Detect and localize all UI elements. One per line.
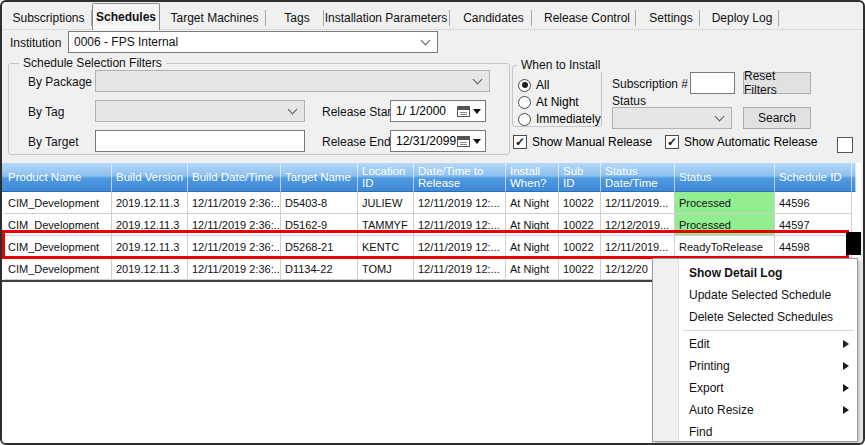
show-automatic-release-label: Show Automatic Release bbox=[684, 135, 817, 149]
release-start-value: 1/ 1/2000 bbox=[391, 104, 457, 118]
radio-label: At Night bbox=[536, 95, 579, 109]
cell-status: Processed bbox=[675, 192, 775, 214]
radio-icon bbox=[518, 113, 531, 126]
radio-icon bbox=[518, 96, 531, 109]
radio-immediately[interactable]: Immediately bbox=[518, 112, 601, 126]
annotation-row-highlight bbox=[2, 230, 849, 259]
table-row[interactable]: CIM_Development2019.12.11.312/11/2019 2:… bbox=[2, 192, 858, 214]
menu-item-find[interactable]: Find bbox=[653, 421, 857, 443]
menu-item-show-detail-log[interactable]: Show Detail Log bbox=[653, 262, 857, 284]
column-header-status[interactable]: Status bbox=[675, 163, 775, 192]
column-header-build-version[interactable]: Build Version bbox=[112, 163, 188, 192]
tab-candidates[interactable]: Candidates bbox=[457, 7, 530, 29]
tab-settings[interactable]: Settings bbox=[644, 7, 698, 29]
column-header-status-date-time[interactable]: Status Date/Time bbox=[601, 163, 675, 192]
tab-deploy-log[interactable]: Deploy Log bbox=[707, 7, 777, 29]
menu-item-printing[interactable]: Printing bbox=[653, 355, 857, 377]
menu-item-auto-resize[interactable]: Auto Resize bbox=[653, 399, 857, 421]
by-package-select[interactable] bbox=[95, 70, 490, 92]
cell-product-name: CIM_Development bbox=[4, 258, 112, 280]
cell-location-id: TOMJ bbox=[358, 258, 414, 280]
cell-sub-id: 10022 bbox=[559, 192, 601, 214]
chevron-down-icon bbox=[421, 35, 431, 45]
show-manual-release-label: Show Manual Release bbox=[532, 135, 652, 149]
cell-status-date-time: 12/11/2019... bbox=[601, 192, 675, 214]
subscription-number-input[interactable] bbox=[690, 72, 735, 94]
column-header-product-name[interactable]: Product Name bbox=[4, 163, 112, 192]
status-label: Status bbox=[612, 94, 646, 108]
radio-dot bbox=[522, 82, 528, 88]
cell-install-when: At Night bbox=[506, 192, 559, 214]
column-header-location-id[interactable]: Location ID bbox=[358, 163, 414, 192]
radio-label: All bbox=[536, 78, 549, 92]
dropdown-arrow-icon bbox=[473, 109, 481, 114]
calendar-icon bbox=[457, 136, 470, 147]
cell-schedule-id: 44596 bbox=[775, 192, 852, 214]
tab-subscriptions[interactable]: Subscriptions bbox=[7, 7, 90, 29]
calendar-icon bbox=[457, 106, 470, 117]
menu-separator bbox=[683, 330, 854, 331]
tab-schedules[interactable]: Schedules bbox=[92, 3, 160, 30]
cell-build-date-time: 12/11/2019 2:36:... bbox=[188, 258, 281, 280]
menu-item-delete-selected-schedules[interactable]: Delete Selected Schedules bbox=[653, 306, 857, 328]
cell-date-time-to-release: 12/11/2019 12:... bbox=[414, 192, 506, 214]
release-end-label: Release End bbox=[322, 135, 391, 149]
radio-label: Immediately bbox=[536, 112, 601, 126]
by-target-input[interactable] bbox=[95, 130, 305, 152]
search-button[interactable]: Search bbox=[743, 107, 811, 129]
cell-target-name: D1134-22 bbox=[281, 258, 358, 280]
column-header-sub-id[interactable]: Sub ID bbox=[559, 163, 601, 192]
cell-date-time-to-release: 12/11/2019 12:... bbox=[414, 258, 506, 280]
column-header-schedule-id[interactable]: Schedule ID bbox=[775, 163, 852, 192]
release-end-value: 12/31/2099 bbox=[391, 134, 457, 148]
partial-checkbox bbox=[837, 137, 853, 153]
tab-target-machines[interactable]: Target Machines bbox=[165, 7, 264, 29]
submenu-arrow-icon bbox=[843, 384, 849, 392]
tab-release-control[interactable]: Release Control bbox=[540, 7, 634, 29]
chevron-down-icon bbox=[288, 104, 298, 114]
column-header-target-name[interactable]: Target Name bbox=[281, 163, 358, 192]
release-start-datepicker[interactable]: 1/ 1/2000 bbox=[390, 100, 486, 122]
submenu-arrow-icon bbox=[843, 362, 849, 370]
annotation-marker bbox=[846, 232, 861, 255]
show-manual-release-checkbox[interactable]: ✓ Show Manual Release bbox=[513, 135, 652, 149]
menu-item-update-selected-schedule[interactable]: Update Selected Schedule bbox=[653, 284, 857, 306]
menu-item-edit[interactable]: Edit bbox=[653, 333, 857, 355]
cell-sub-id: 10022 bbox=[559, 258, 601, 280]
institution-label: Institution bbox=[10, 36, 61, 50]
cell-product-name: CIM_Development bbox=[4, 192, 112, 214]
radio-at-night[interactable]: At Night bbox=[518, 95, 579, 109]
by-tag-label: By Tag bbox=[28, 105, 64, 119]
show-automatic-release-checkbox[interactable]: ✓ Show Automatic Release bbox=[665, 135, 817, 149]
radio-selected-icon bbox=[518, 79, 531, 92]
reset-filters-button[interactable]: Reset Filters bbox=[743, 72, 811, 94]
subscription-number-label: Subscription # bbox=[612, 77, 688, 91]
column-header-install-when[interactable]: Install When? bbox=[506, 163, 559, 192]
cell-location-id: JULIEW bbox=[358, 192, 414, 214]
cell-target-name: D5403-8 bbox=[281, 192, 358, 214]
submenu-arrow-icon bbox=[843, 340, 849, 348]
column-header-date-time-to-release[interactable]: Date/Time to Release bbox=[414, 163, 506, 192]
cell-install-when: At Night bbox=[506, 258, 559, 280]
filters-group-title: Schedule Selection Filters bbox=[19, 56, 166, 70]
tab-bar: SubscriptionsSchedulesTarget MachinesTag… bbox=[4, 3, 863, 30]
chevron-down-icon bbox=[715, 111, 725, 121]
tab-installation-parameters[interactable]: Installation Parameters bbox=[324, 7, 448, 29]
cell-build-version: 2019.12.11.3 bbox=[112, 192, 188, 214]
institution-select[interactable]: 0006 - FPS Internal bbox=[68, 31, 438, 53]
column-header-partial bbox=[852, 163, 856, 192]
by-tag-select[interactable] bbox=[95, 100, 305, 122]
by-package-label: By Package bbox=[28, 75, 92, 89]
institution-value: 0006 - FPS Internal bbox=[69, 35, 422, 49]
checkbox-checked-icon: ✓ bbox=[513, 135, 527, 149]
release-end-datepicker[interactable]: 12/31/2099 bbox=[390, 130, 486, 152]
release-start-label: Release Start bbox=[322, 105, 395, 119]
chevron-down-icon bbox=[473, 74, 483, 84]
by-target-label: By Target bbox=[28, 135, 78, 149]
column-header-build-date-time[interactable]: Build Date/Time bbox=[188, 163, 281, 192]
tab-tags[interactable]: Tags bbox=[272, 7, 322, 29]
status-select[interactable] bbox=[612, 107, 732, 129]
menu-item-export[interactable]: Export bbox=[653, 377, 857, 399]
radio-all[interactable]: All bbox=[518, 78, 549, 92]
submenu-arrow-icon bbox=[843, 406, 849, 414]
